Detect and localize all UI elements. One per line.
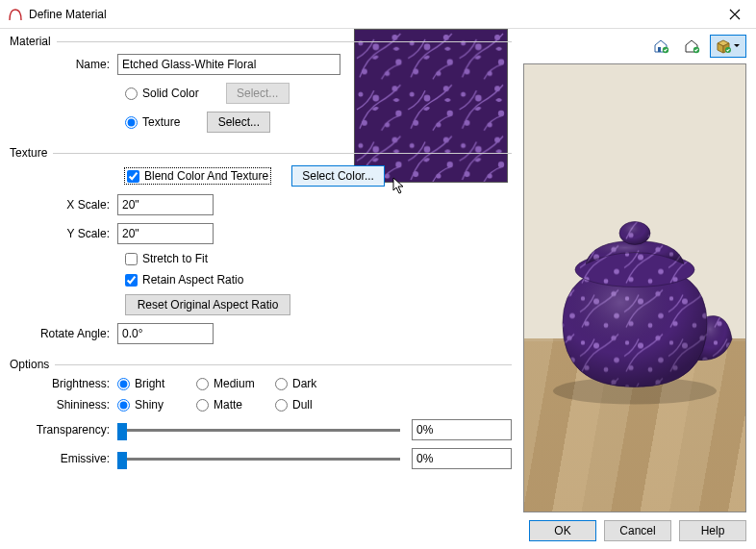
blend-checkbox[interactable]: Blend Color And Texture bbox=[125, 168, 270, 184]
texture-select-button[interactable]: Select... bbox=[207, 112, 270, 133]
texture-group-label: Texture bbox=[10, 146, 512, 160]
shininess-label: Shininess: bbox=[10, 398, 117, 412]
brightness-label: Brightness: bbox=[10, 377, 117, 390]
retain-aspect-checkbox[interactable]: Retain Aspect Ratio bbox=[125, 273, 243, 287]
cursor-icon bbox=[392, 177, 408, 196]
y-scale-input[interactable] bbox=[117, 223, 214, 244]
help-button[interactable]: Help bbox=[679, 520, 746, 541]
reset-aspect-button[interactable]: Reset Original Aspect Ratio bbox=[125, 294, 290, 315]
emissive-label: Emissive: bbox=[10, 452, 117, 465]
preview-3d-viewport[interactable] bbox=[523, 63, 746, 512]
ok-button[interactable]: OK bbox=[529, 520, 596, 541]
transparency-slider[interactable] bbox=[117, 429, 400, 432]
brightness-medium-radio[interactable]: Medium bbox=[196, 377, 275, 390]
select-color-button[interactable]: Select Color... bbox=[291, 165, 385, 187]
rotate-input[interactable] bbox=[117, 323, 214, 344]
svg-rect-8 bbox=[658, 47, 661, 52]
x-scale-label: X Scale: bbox=[10, 198, 117, 212]
transparency-value[interactable] bbox=[412, 419, 512, 440]
window-title: Define Material bbox=[29, 8, 716, 21]
emissive-value[interactable] bbox=[412, 448, 512, 469]
shininess-shiny-radio[interactable]: Shiny bbox=[117, 398, 196, 412]
x-scale-input[interactable] bbox=[117, 194, 214, 215]
brightness-dark-radio[interactable]: Dark bbox=[275, 377, 354, 390]
emissive-slider[interactable] bbox=[117, 458, 400, 461]
options-group-label: Options bbox=[10, 358, 512, 371]
preview-tool-1[interactable] bbox=[648, 35, 675, 58]
y-scale-label: Y Scale: bbox=[10, 227, 117, 240]
stretch-checkbox[interactable]: Stretch to Fit bbox=[125, 252, 208, 265]
shininess-matte-radio[interactable]: Matte bbox=[196, 398, 275, 412]
brightness-bright-radio[interactable]: Bright bbox=[117, 377, 196, 390]
preview-tool-2[interactable] bbox=[679, 35, 706, 58]
chevron-down-icon bbox=[733, 38, 741, 54]
preview-tool-3[interactable] bbox=[710, 35, 746, 58]
app-logo-icon bbox=[8, 7, 23, 22]
shininess-dull-radio[interactable]: Dull bbox=[275, 398, 354, 412]
solid-color-select-button: Select... bbox=[226, 83, 290, 104]
texture-radio[interactable]: Texture bbox=[125, 115, 180, 129]
teapot-preview bbox=[534, 199, 736, 411]
rotate-label: Rotate Angle: bbox=[10, 327, 117, 340]
transparency-label: Transparency: bbox=[10, 423, 117, 437]
cancel-button[interactable]: Cancel bbox=[604, 520, 671, 541]
svg-point-22 bbox=[619, 222, 650, 245]
name-label: Name: bbox=[10, 58, 117, 71]
solid-color-radio[interactable]: Solid Color bbox=[125, 87, 199, 100]
close-button[interactable] bbox=[716, 1, 754, 28]
name-input[interactable] bbox=[117, 54, 340, 75]
material-group-label: Material bbox=[10, 35, 512, 48]
